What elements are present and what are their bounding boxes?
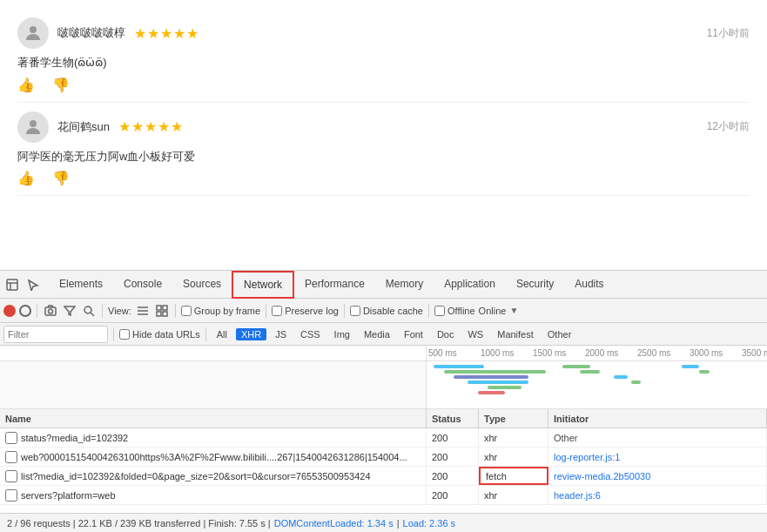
separator xyxy=(428,304,429,318)
filter-doc-button[interactable]: Doc xyxy=(432,328,460,340)
thumbs-down-button[interactable]: 👎 xyxy=(52,77,70,93)
filter-xhr-button[interactable]: XHR xyxy=(236,328,266,340)
table-row[interactable]: status?media_id=102392 200 xhr Other xyxy=(0,428,767,448)
cursor-icon[interactable] xyxy=(24,276,42,293)
thumbs-down-button[interactable]: 👎 xyxy=(52,170,70,186)
waterfall-bar xyxy=(699,370,710,374)
row-type: xhr xyxy=(479,448,548,466)
svg-rect-12 xyxy=(157,306,161,310)
review-text: 阿学医的毫无压力阿w血小板好可爱 xyxy=(17,148,750,165)
group-by-frame-group: Group by frame xyxy=(181,306,260,316)
row-type: xhr xyxy=(479,486,548,504)
hide-data-urls-checkbox[interactable] xyxy=(119,329,130,340)
table-row[interactable]: servers?platform=web 200 xhr header.js:6 xyxy=(0,486,767,505)
time-ago: 12小时前 xyxy=(707,119,750,134)
disable-cache-label: Disable cache xyxy=(363,306,423,316)
separator xyxy=(37,304,37,318)
filter-other-button[interactable]: Other xyxy=(542,328,577,340)
tick-1000ms: 1000 ms xyxy=(479,348,531,358)
row-name: status?media_id=102392 xyxy=(0,428,427,447)
filter-img-button[interactable]: Img xyxy=(329,328,355,340)
table-row[interactable]: list?media_id=102392&folded=0&page_size=… xyxy=(0,467,767,486)
col-header-type[interactable]: Type xyxy=(479,409,548,428)
disable-cache-checkbox[interactable] xyxy=(350,306,360,316)
tab-memory[interactable]: Memory xyxy=(375,271,434,299)
separator xyxy=(102,304,103,318)
waterfall-bar xyxy=(580,370,600,374)
offline-checkbox[interactable] xyxy=(434,306,445,316)
filter-js-button[interactable]: JS xyxy=(270,328,292,340)
row-checkbox[interactable] xyxy=(5,489,17,502)
preserve-log-checkbox[interactable] xyxy=(272,306,282,316)
filter-all-button[interactable]: All xyxy=(212,328,232,340)
dropdown-arrow-icon[interactable]: ▼ xyxy=(509,306,518,315)
filter-css-button[interactable]: CSS xyxy=(295,328,326,340)
row-name: list?media_id=102392&folded=0&page_size=… xyxy=(0,467,427,485)
tab-performance[interactable]: Performance xyxy=(294,271,375,299)
tab-console[interactable]: Console xyxy=(113,271,172,299)
filter-ws-button[interactable]: WS xyxy=(462,328,488,340)
svg-line-8 xyxy=(91,313,94,316)
filter-icon[interactable] xyxy=(62,303,77,319)
table-row[interactable]: web?000015154004263100https%3A%2F%2Fwww.… xyxy=(0,448,767,467)
time-ago: 11小时前 xyxy=(707,26,750,41)
row-initiator: log-reporter.js:1 xyxy=(548,448,767,466)
svg-rect-13 xyxy=(163,306,167,310)
inspect-icon[interactable] xyxy=(3,276,21,293)
col-header-status[interactable]: Status xyxy=(427,409,479,428)
group-by-frame-label: Group by frame xyxy=(194,306,260,316)
separator xyxy=(344,304,345,318)
tab-audits[interactable]: Audits xyxy=(564,271,614,299)
row-type-fetch: fetch xyxy=(479,467,548,485)
timeline-ticks-row: 500 ms 1000 ms 1500 ms 2000 ms 2500 ms 3… xyxy=(0,346,767,361)
network-table: status?media_id=102392 200 xhr Other web… xyxy=(0,428,767,513)
review-item: 啵啵啵啵啵椁 ★★★★★ 11小时前 著番学生物(ɷ̈ω̈ɷ̈) 👍 👎 xyxy=(17,9,750,103)
waterfall-right xyxy=(427,361,767,408)
tab-network[interactable]: Network xyxy=(232,271,294,299)
tab-elements[interactable]: Elements xyxy=(49,271,113,299)
filter-media-button[interactable]: Media xyxy=(359,328,395,340)
devtools-tabs: Elements Console Sources Network Perform… xyxy=(0,271,767,299)
filter-input[interactable] xyxy=(3,326,108,343)
view-grid-icon[interactable] xyxy=(154,303,170,319)
hide-data-urls-label: Hide data URLs xyxy=(132,329,200,340)
col-header-name[interactable]: Name xyxy=(0,409,427,428)
view-list-icon[interactable] xyxy=(135,303,151,319)
filter-manifest-button[interactable]: Manifest xyxy=(492,328,539,340)
col-header-initiator[interactable]: Initiator xyxy=(548,409,767,428)
row-status: 200 xyxy=(427,467,479,485)
search-icon[interactable] xyxy=(81,303,97,319)
waterfall-bar xyxy=(434,365,485,368)
camera-icon[interactable] xyxy=(43,303,58,319)
waterfall-left xyxy=(0,361,427,408)
status-bar: 2 / 96 requests | 22.1 KB / 239 KB trans… xyxy=(0,513,767,532)
group-by-frame-checkbox[interactable] xyxy=(181,306,192,316)
tick-3500ms: 3500 ms xyxy=(740,348,767,358)
thumbs-up-button[interactable]: 👍 xyxy=(17,77,35,93)
row-checkbox[interactable] xyxy=(5,470,17,482)
review-item: 花间鹤sun ★★★★★ 12小时前 阿学医的毫无压力阿w血小板好可爱 👍 👎 xyxy=(17,103,750,197)
star-rating: ★★★★★ xyxy=(134,25,199,42)
filter-font-button[interactable]: Font xyxy=(399,328,428,340)
dom-content-loaded-link[interactable]: DOMContentLoaded: 1.34 s xyxy=(274,518,394,529)
waterfall-bar xyxy=(631,380,642,384)
load-link[interactable]: Load: 2.36 s xyxy=(403,518,456,529)
tab-application[interactable]: Application xyxy=(434,271,506,299)
view-label: View: xyxy=(108,306,131,316)
row-checkbox[interactable] xyxy=(5,451,17,463)
record-button[interactable] xyxy=(3,305,16,317)
waterfall-bar xyxy=(682,365,699,368)
stop-button[interactable] xyxy=(19,305,31,317)
thumbs-up-button[interactable]: 👍 xyxy=(17,170,35,186)
tab-sources[interactable]: Sources xyxy=(172,271,232,299)
offline-group: Offline xyxy=(434,306,475,316)
waterfall-bar xyxy=(454,375,528,379)
tab-security[interactable]: Security xyxy=(506,271,564,299)
svg-point-1 xyxy=(30,120,37,127)
waterfall-bar xyxy=(444,370,546,374)
main-content: 啵啵啵啵啵椁 ★★★★★ 11小时前 著番学生物(ɷ̈ω̈ɷ̈) 👍 👎 花间鹤… xyxy=(0,0,767,270)
svg-point-6 xyxy=(49,309,53,313)
row-checkbox[interactable] xyxy=(5,432,17,444)
ticks-right: 500 ms 1000 ms 1500 ms 2000 ms 2500 ms 3… xyxy=(427,346,767,360)
preserve-log-group: Preserve log xyxy=(272,306,339,316)
